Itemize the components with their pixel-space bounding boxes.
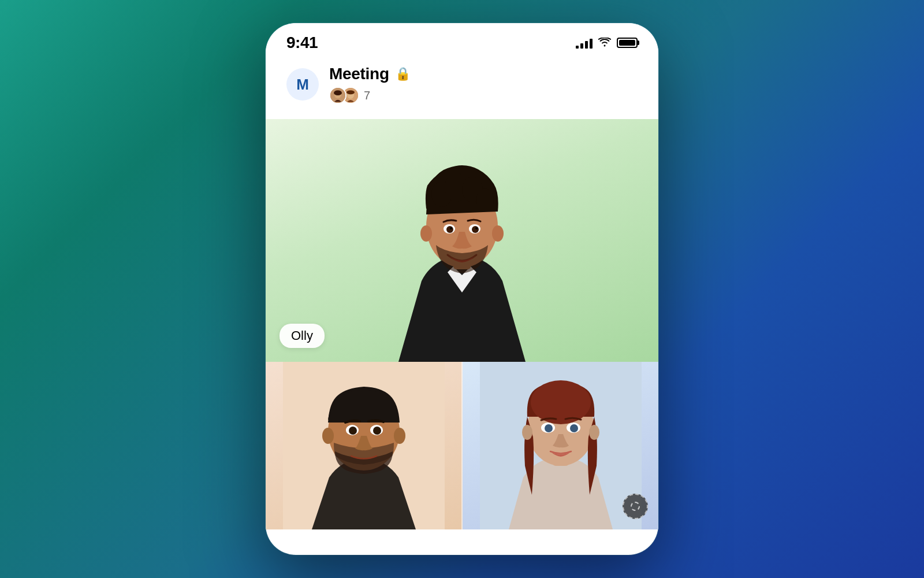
person-svg xyxy=(341,119,583,362)
signal-bar-4 xyxy=(590,39,593,49)
svg-point-17 xyxy=(475,227,478,229)
person-right-svg xyxy=(480,362,642,529)
signal-bar-3 xyxy=(585,41,588,49)
status-time: 9:41 xyxy=(286,34,318,52)
camera-off-inner xyxy=(631,502,640,511)
svg-point-25 xyxy=(349,427,357,435)
meeting-title: Meeting xyxy=(329,65,389,83)
meeting-title-row: Meeting 🔒 xyxy=(329,65,411,83)
header: M Meeting 🔒 xyxy=(266,58,658,119)
svg-point-37 xyxy=(522,425,532,440)
svg-point-36 xyxy=(570,424,578,432)
svg-point-19 xyxy=(492,225,504,242)
participant-avatars xyxy=(329,87,359,104)
participants-row: 7 xyxy=(329,87,411,104)
svg-point-27 xyxy=(322,428,334,444)
svg-point-26 xyxy=(373,427,381,435)
svg-point-15 xyxy=(472,226,479,233)
status-icons xyxy=(576,36,638,50)
svg-point-28 xyxy=(394,428,405,444)
meeting-avatar: M xyxy=(286,68,319,101)
main-video: Olly xyxy=(266,119,658,362)
battery-fill xyxy=(619,40,635,46)
main-video-person xyxy=(341,119,583,362)
svg-point-2 xyxy=(334,90,342,95)
svg-point-38 xyxy=(589,425,599,440)
signal-bar-2 xyxy=(580,43,583,49)
signal-bar-1 xyxy=(576,46,579,49)
svg-point-35 xyxy=(545,424,553,432)
camera-off-icon xyxy=(623,494,648,519)
participant-count: 7 xyxy=(364,89,370,102)
participant-avatar-1 xyxy=(329,87,346,104)
svg-point-18 xyxy=(420,225,432,242)
signal-bars-icon xyxy=(576,37,593,49)
svg-point-32 xyxy=(531,380,591,424)
bottom-video-left xyxy=(266,362,463,529)
person-left-svg xyxy=(283,362,445,529)
battery-icon xyxy=(617,38,638,48)
phone-frame: 9:41 M xyxy=(266,23,658,555)
status-bar: 9:41 xyxy=(266,23,658,58)
bottom-videos xyxy=(266,362,658,529)
meeting-info: Meeting 🔒 xyxy=(329,65,411,104)
meeting-row: M Meeting 🔒 xyxy=(286,65,638,104)
lock-icon: 🔒 xyxy=(395,66,411,81)
speaker-name-tag: Olly xyxy=(280,324,325,348)
bottom-video-right xyxy=(463,362,658,529)
svg-point-11 xyxy=(476,188,494,212)
wifi-icon xyxy=(598,36,611,50)
bottom-person-left xyxy=(266,362,461,529)
svg-point-5 xyxy=(346,90,355,94)
svg-point-14 xyxy=(446,226,453,233)
svg-point-16 xyxy=(450,227,452,229)
